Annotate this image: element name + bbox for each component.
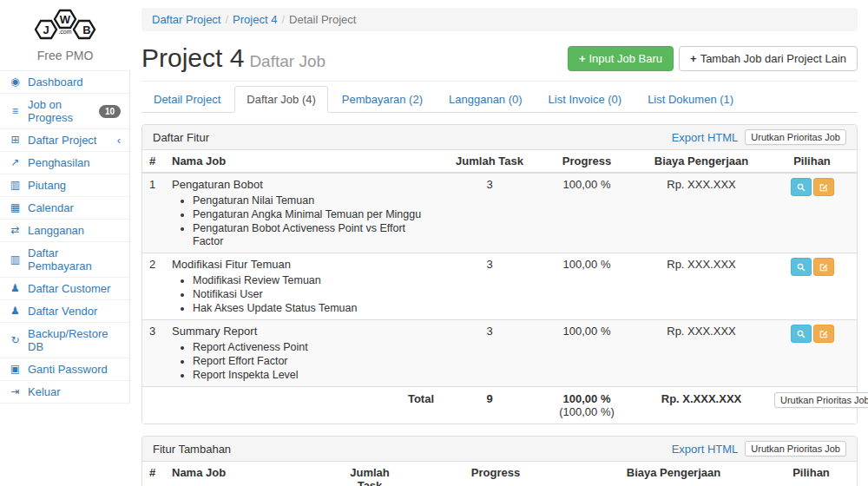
progress-cell: 100,00 % [538, 173, 635, 253]
sidebar-item-label: Daftar Project [28, 134, 96, 147]
table-header-row: #Nama JobJumlah TaskProgressBiaya Penger… [142, 150, 857, 173]
edit-job-button[interactable] [813, 258, 834, 276]
sidebar-item-daftar-vendor[interactable]: ♟Daftar Vendor [0, 300, 129, 323]
tab-pembayaran-2[interactable]: Pembayaran (2) [330, 86, 435, 113]
plus-icon: + [690, 52, 697, 65]
table-row: 3Summary ReportReport Activeness PointRe… [142, 320, 857, 387]
job-subitem: Pengaturan Bobot Activeness Point vs Eff… [193, 222, 434, 248]
column-header: Jumlah Task [330, 462, 410, 486]
panel-heading: Daftar FiturExport HTMLUrutkan Prioritas… [142, 125, 857, 150]
sidebar-item-daftar-project[interactable]: ⊞Daftar Project‹ [0, 129, 129, 152]
edit-job-button[interactable] [813, 325, 834, 343]
sidebar-item-label: Backup/Restore DB [28, 327, 121, 353]
sidebar-item-daftar-customer[interactable]: ♟Daftar Customer [0, 278, 129, 300]
column-header: Nama Job [165, 462, 330, 486]
row-number: 3 [142, 320, 165, 387]
sidebar-item-calendar[interactable]: ▦Calendar [0, 197, 129, 220]
job-name: Summary Report [172, 325, 434, 338]
job-subitem: Report Inspekta Level [193, 369, 434, 382]
refresh-icon: ↻ [9, 334, 22, 347]
sidebar-item-keluar[interactable]: ⇥Keluar [0, 381, 129, 404]
job-name-cell: Pengaturan BobotPengaturan Nilai TemuanP… [165, 173, 441, 253]
chevron-left-icon: ‹ [117, 135, 121, 146]
urutkan-prioritas-job-button[interactable]: Urutkan Prioritas Job [745, 441, 846, 456]
export-html-link[interactable]: Export HTML [672, 443, 739, 456]
calendar-icon: ▦ [9, 201, 22, 214]
urutkan-prioritas-job-button[interactable]: Urutkan Prioritas Job [774, 392, 868, 408]
job-subitem-list: Report Activeness PointReport Effort Fac… [172, 341, 434, 382]
view-job-button[interactable] [791, 258, 812, 276]
job-name-cell: Modifikasi Fitur TemuanModifikasi Review… [165, 253, 441, 320]
view-job-button[interactable] [791, 178, 812, 196]
total-progress-value: 100,00 % [563, 392, 611, 405]
breadcrumb-separator: / [220, 13, 233, 26]
column-header: Biaya Pengerjaan [635, 150, 767, 173]
edit-job-button[interactable] [813, 178, 834, 196]
job-table: #Nama JobJumlah TaskProgressBiaya Penger… [142, 462, 857, 486]
logo-letter: J [43, 23, 49, 36]
users-icon: ♟ [9, 305, 22, 318]
count-badge: 10 [99, 105, 121, 118]
sidebar-item-backup-restore-db[interactable]: ↻Backup/Restore DB [0, 323, 129, 358]
users-icon: ♟ [9, 282, 22, 295]
view-job-button[interactable] [791, 325, 812, 343]
breadcrumb-link[interactable]: Project 4 [233, 13, 277, 26]
total-row: Total9100,00 % (100,00 %)Rp. X.XXX.XXXUr… [142, 387, 857, 424]
sidebar-item-ganti-password[interactable]: ▣Ganti Password [0, 358, 129, 381]
jwb-logo-icon: J W B .com [31, 5, 99, 45]
table-row: 1Pengaturan BobotPengaturan Nilai Temuan… [142, 173, 857, 253]
panel-title: Fitur Tambahan [153, 443, 231, 456]
column-header: Pilihan [767, 150, 857, 173]
tab-langganan-0[interactable]: Langganan (0) [437, 86, 535, 113]
job-subitem: Pengaturan Angka Minimal Temuan per Ming… [193, 208, 434, 221]
tab-bar: Detail ProjectDaftar Job (4)Pembayaran (… [141, 82, 858, 113]
sidebar-item-label: Daftar Vendor [28, 305, 97, 318]
column-header: Jumlah Task [441, 150, 538, 173]
sidebar-item-penghasilan[interactable]: ↗Penghasilan [0, 152, 129, 174]
pilihan-cell [767, 173, 857, 253]
tab-daftar-job-4[interactable]: Daftar Job (4) [234, 86, 327, 113]
job-subitem: Pengaturan Nilai Temuan [193, 194, 434, 207]
money-icon: ▥ [9, 253, 22, 266]
logo-sub: .com [58, 29, 71, 35]
jumlah-task-cell: 3 [441, 173, 538, 253]
sidebar-item-daftar-pembayaran[interactable]: ▥Daftar Pembayaran [0, 242, 129, 278]
job-subitem: Hak Akses Update Status Temuan [193, 302, 434, 315]
table-row: 2Modifikasi Fitur TemuanModifikasi Revie… [142, 253, 857, 320]
export-html-link[interactable]: Export HTML [672, 131, 739, 144]
sidebar-item-piutang[interactable]: ▥Piutang [0, 174, 129, 197]
sidebar-item-job-on-progress[interactable]: ≡Job on Progress10 [0, 94, 129, 129]
job-subitem: Notifikasi User [193, 288, 434, 301]
tambah-job-dari-project-lain-button[interactable]: +Tambah Job dari Project Lain [679, 46, 858, 71]
urutkan-prioritas-job-button[interactable]: Urutkan Prioritas Job [745, 129, 846, 145]
total-cost: Rp. X.XXX.XXX [635, 387, 767, 424]
tab-detail-project[interactable]: Detail Project [141, 86, 233, 113]
app-logo[interactable]: J W B .com [0, 0, 130, 45]
sidebar-item-label: Ganti Password [28, 363, 108, 376]
sidebar-item-label: Daftar Pembayaran [28, 246, 121, 273]
sidebar-item-label: Dashboard [28, 76, 83, 89]
panel-0: Daftar FiturExport HTMLUrutkan Prioritas… [141, 124, 858, 424]
job-subitem: Report Activeness Point [193, 341, 434, 354]
page-title: Project 4 [141, 43, 244, 72]
panel-heading: Fitur TambahanExport HTMLUrutkan Priorit… [142, 437, 857, 462]
logo-letter: W [60, 13, 71, 26]
input-job-baru-button[interactable]: +Input Job Baru [568, 46, 674, 71]
row-number: 1 [142, 173, 165, 253]
breadcrumb: Daftar Project/Project 4/Detail Project [141, 8, 858, 31]
tab-list-dokumen-1[interactable]: List Dokumen (1) [635, 86, 746, 113]
lock-icon: ▣ [9, 363, 22, 376]
total-progress: 100,00 % (100,00 %) [538, 387, 635, 424]
table-header: #Nama JobJumlah TaskProgressBiaya Penger… [142, 462, 857, 486]
job-subitem: Modifikasi Review Temuan [193, 274, 434, 287]
sidebar-item-langganan[interactable]: ⇄Langganan [0, 220, 129, 242]
list-icon: ≡ [9, 105, 22, 118]
tab-list-invoice-0[interactable]: List Invoice (0) [536, 86, 635, 113]
sidebar-item-dashboard[interactable]: ◉Dashboard [0, 71, 129, 94]
money-icon: ▥ [9, 179, 22, 192]
breadcrumb-link[interactable]: Daftar Project [152, 13, 220, 26]
column-header: Biaya Pengerjaan [582, 462, 766, 486]
plus-icon: + [579, 52, 586, 65]
job-subitem-list: Pengaturan Nilai TemuanPengaturan Angka … [172, 194, 434, 248]
sidebar-item-label: Daftar Customer [28, 282, 110, 295]
